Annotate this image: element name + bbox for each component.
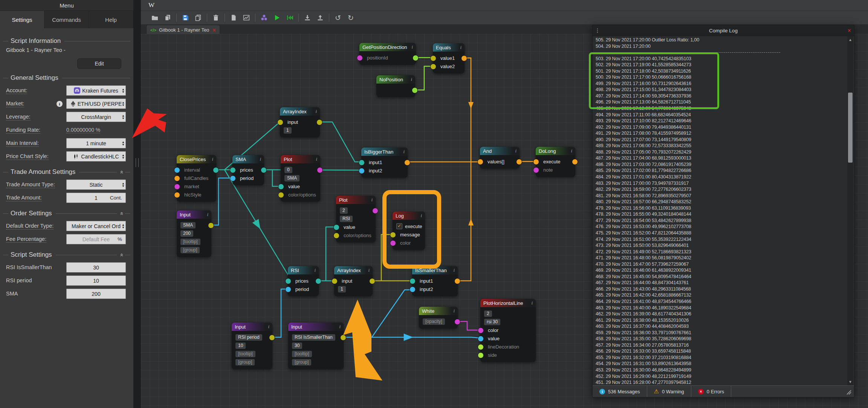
- node-field-30[interactable]: 30: [292, 343, 302, 349]
- input-port-color[interactable]: [478, 327, 484, 333]
- spinner-icon[interactable]: ▲▼: [122, 151, 125, 161]
- dropdown-main-interval[interactable]: 1 minute▲▼: [66, 138, 126, 148]
- node-white[interactable]: Whitei[opacity]: [419, 307, 458, 329]
- node-dolong[interactable]: DoLongiexecutenote: [536, 147, 575, 177]
- node-input[interactable]: InputiRSI period10[tooltip][group]: [232, 323, 272, 369]
- open-folder-button[interactable]: [148, 12, 161, 23]
- redo-button[interactable]: ↻: [344, 12, 357, 23]
- node-field-rsi[interactable]: RSI: [340, 216, 353, 222]
- input-port-color[interactable]: [390, 240, 396, 246]
- panel-menu-icon[interactable]: ⋮: [593, 27, 602, 33]
- node-info-icon[interactable]: i: [515, 148, 517, 154]
- input-port-input2[interactable]: [410, 286, 416, 292]
- input-trade-amount[interactable]: 1Cont.: [66, 193, 126, 203]
- node-field-group[interactable]: [group]: [292, 359, 311, 365]
- output-port[interactable]: [572, 159, 578, 165]
- resize-grip-icon[interactable]: [136, 158, 139, 167]
- undo-button[interactable]: ↺: [332, 12, 344, 23]
- node-field-group[interactable]: [group]: [235, 359, 255, 365]
- node-info-icon[interactable]: i: [268, 324, 269, 330]
- node-input[interactable]: InputiSMA200[tooltip][group]: [177, 210, 211, 257]
- spinner-icon[interactable]: ▲▼: [122, 85, 125, 96]
- input-port-color-options[interactable]: [278, 192, 284, 198]
- node-field-1[interactable]: 1: [338, 286, 346, 292]
- errors-count[interactable]: × 0 Errors: [691, 386, 731, 397]
- upload-button[interactable]: [314, 12, 327, 23]
- input-port-positionid[interactable]: [357, 55, 363, 61]
- node-plot[interactable]: Ploti2RSIvaluecolor/options: [336, 196, 376, 242]
- warnings-count[interactable]: ⚠ 0 Warning: [647, 386, 691, 397]
- node-field-200[interactable]: 200: [180, 230, 193, 237]
- dropdown-trade-amount-type[interactable]: Static▲▼: [66, 180, 126, 190]
- run-button[interactable]: [270, 12, 283, 23]
- duplicate-button[interactable]: [192, 12, 205, 23]
- new-file-button[interactable]: [227, 12, 240, 23]
- output-port[interactable]: [404, 160, 410, 166]
- checkbox-execute[interactable]: ✓: [396, 223, 402, 229]
- node-field-tooltip[interactable]: [tooltip]: [235, 351, 255, 357]
- input-port-period[interactable]: [230, 175, 236, 181]
- tab-gitbook1[interactable]: </> Gitbook 1 - Rayner Teo ×: [146, 25, 220, 35]
- node-field-rsi-issmallerthan[interactable]: RSI IsSmallerThan: [292, 334, 335, 341]
- node-field-sma[interactable]: SMA: [180, 222, 196, 228]
- node-field-10[interactable]: 10: [235, 343, 246, 349]
- node-info-icon[interactable]: i: [371, 197, 373, 203]
- spinner-icon[interactable]: ▲▼: [122, 112, 125, 122]
- node-field-0[interactable]: 0: [284, 167, 292, 173]
- node-isbiggerthan[interactable]: IsBiggerThaniinput1input2: [361, 148, 408, 178]
- compile-nodes-button[interactable]: [258, 12, 270, 23]
- node-info-icon[interactable]: i: [571, 148, 572, 154]
- chart-button[interactable]: [240, 12, 253, 23]
- node-info-icon[interactable]: i: [339, 324, 341, 330]
- spinner-icon[interactable]: ▲▼: [122, 180, 125, 190]
- input-port-input1[interactable]: [410, 278, 416, 284]
- node-info-icon[interactable]: i: [420, 213, 422, 219]
- info-icon[interactable]: i: [57, 101, 63, 107]
- collapse-icon[interactable]: «: [119, 171, 125, 174]
- sidebar-tab-commands[interactable]: Commands: [44, 11, 89, 28]
- node-info-icon[interactable]: i: [411, 44, 413, 50]
- node-log[interactable]: Logi✓executemessagecolor: [393, 212, 425, 250]
- sidebar-resize-strip[interactable]: [133, 0, 141, 408]
- spinner-icon[interactable]: ▲▼: [122, 138, 125, 148]
- input-port-execute[interactable]: [533, 159, 539, 165]
- input-port-input[interactable]: [277, 119, 283, 125]
- output-port[interactable]: [269, 335, 275, 341]
- node-info-icon[interactable]: i: [531, 300, 533, 306]
- download-button[interactable]: [301, 12, 314, 23]
- node-rsi[interactable]: RSIipricesperiod: [288, 266, 319, 296]
- trash-button[interactable]: [209, 12, 222, 23]
- node-field-1[interactable]: 1: [284, 127, 292, 134]
- node-info-icon[interactable]: i: [411, 76, 412, 82]
- node-closeprices[interactable]: ClosePricesiintervalfullCandlesmarkethlc…: [177, 155, 216, 202]
- input-port-message[interactable]: [390, 232, 396, 238]
- dropdown-leverage[interactable]: CrossMargin▲▼: [66, 112, 126, 122]
- output-port[interactable]: [213, 167, 219, 173]
- dropdown-default-order-type[interactable]: Maker or Cancel Ord▲▼: [66, 221, 126, 231]
- menu-header[interactable]: Menu: [0, 0, 133, 11]
- node-arrayindex[interactable]: ArrayIndexiinput1: [334, 266, 373, 296]
- input-port-value2[interactable]: [430, 64, 436, 70]
- input-port-hlcstyle[interactable]: [174, 192, 180, 198]
- log-scrollbar[interactable]: ▲ ▼: [847, 36, 853, 385]
- node-field-sma[interactable]: SMA: [284, 175, 300, 181]
- input-port-market[interactable]: [174, 184, 180, 190]
- input-sma[interactable]: 200: [66, 289, 126, 299]
- input-port-prices[interactable]: [285, 278, 291, 284]
- sidebar-tab-help[interactable]: Help: [89, 11, 133, 28]
- node-info-icon[interactable]: i: [315, 108, 317, 114]
- node-info-icon[interactable]: i: [316, 156, 317, 162]
- input-port-note[interactable]: [533, 167, 539, 173]
- input-port-linedecoration[interactable]: [478, 344, 484, 350]
- output-port[interactable]: [369, 278, 375, 284]
- messages-count[interactable]: i 536 Messages: [593, 386, 647, 397]
- input-port-input[interactable]: [332, 278, 338, 284]
- output-port[interactable]: [208, 222, 214, 228]
- node-getpositiondirection[interactable]: GetPositionDirectionipositionId: [359, 43, 416, 65]
- input-port-value[interactable]: [333, 224, 339, 230]
- node-info-icon[interactable]: i: [314, 267, 316, 273]
- node-issmallerthan[interactable]: IsSmallerThaniinput1input2: [412, 266, 458, 296]
- dropdown-market[interactable]: ETH/USD (PERPE▲▼: [66, 99, 126, 109]
- node-info-icon[interactable]: i: [403, 149, 405, 155]
- output-port[interactable]: [516, 159, 522, 165]
